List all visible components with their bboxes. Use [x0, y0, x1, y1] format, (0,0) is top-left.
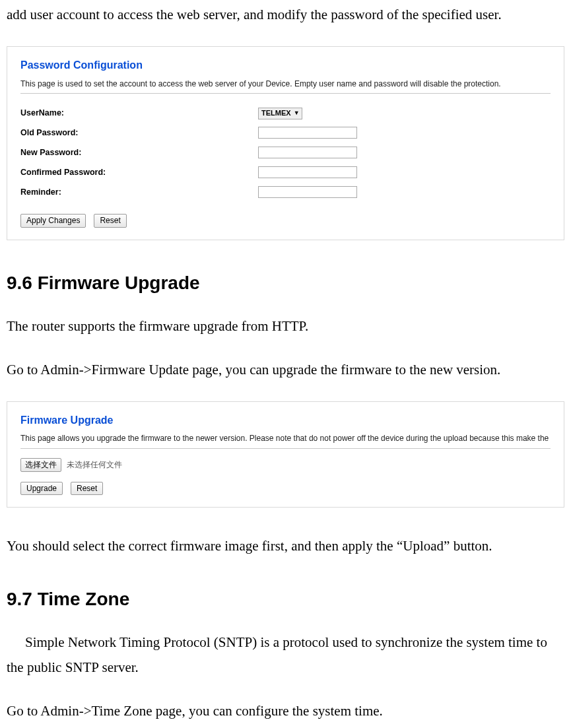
firmware-upgrade-title: Firmware Upgrade	[20, 411, 551, 430]
divider	[20, 93, 551, 94]
reset-button[interactable]: Reset	[94, 214, 126, 227]
old-password-label: Old Password:	[20, 125, 258, 141]
new-password-input[interactable]	[258, 147, 357, 158]
intro-text: add user account to access the web serve…	[7, 3, 564, 28]
divider	[20, 448, 551, 449]
firmware-upgrade-panel: Firmware Upgrade This page allows you up…	[7, 401, 564, 508]
firmware-upgrade-p2: Go to Admin->Firmware Update page, you c…	[7, 358, 564, 383]
username-select[interactable]: TELMEX ▼	[258, 108, 302, 119]
apply-changes-button[interactable]: Apply Changes	[20, 214, 86, 227]
time-zone-p2: Go to Admin->Time Zone page, you can con…	[7, 699, 564, 724]
password-config-title: Password Configuration	[20, 56, 551, 75]
time-zone-heading: 9.7 Time Zone	[7, 583, 564, 616]
username-select-value: TELMEX	[261, 107, 291, 120]
password-config-panel: Password Configuration This page is used…	[7, 46, 564, 240]
time-zone-p1: Simple Network Timing Protocol (SNTP) is…	[7, 630, 564, 680]
username-label: UserName:	[20, 106, 258, 121]
reminder-input[interactable]	[258, 186, 357, 198]
confirmed-password-label: Confirmed Password:	[20, 165, 258, 180]
firmware-upgrade-note: You should select the correct firmware i…	[7, 534, 564, 559]
password-config-description: This page is used to set the account to …	[20, 79, 551, 90]
chevron-down-icon: ▼	[294, 110, 300, 116]
old-password-input[interactable]	[258, 127, 357, 139]
confirmed-password-input[interactable]	[258, 166, 357, 178]
firmware-upgrade-description: This page allows you upgrade the firmwar…	[20, 434, 551, 444]
firmware-upgrade-heading: 9.6 Firmware Upgrade	[7, 267, 564, 300]
choose-file-button[interactable]: 选择文件	[20, 458, 61, 472]
firmware-reset-button[interactable]: Reset	[71, 482, 103, 495]
new-password-label: New Password:	[20, 145, 258, 160]
firmware-upgrade-p1: The router supports the firmware upgrade…	[7, 314, 564, 339]
file-status-text: 未选择任何文件	[67, 458, 122, 473]
upgrade-button[interactable]: Upgrade	[20, 482, 63, 495]
reminder-label: Reminder:	[20, 185, 258, 200]
